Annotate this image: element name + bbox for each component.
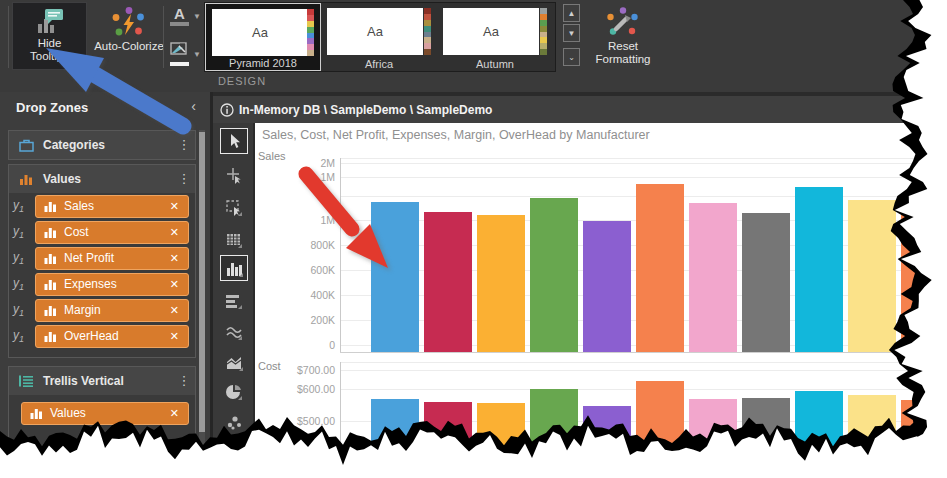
cost-bar[interactable] <box>636 381 684 478</box>
cost-bar[interactable] <box>742 398 790 478</box>
cost-bar[interactable] <box>371 399 419 478</box>
hide-tooltips-button[interactable]: Hide Tooltips <box>12 2 87 70</box>
lasso-select-tool-button[interactable] <box>220 195 248 221</box>
column-chart-icon <box>225 259 243 277</box>
app-window: Hide Tooltips Auto-Colorize A <box>0 0 947 478</box>
chip-expenses[interactable]: Expenses✕ <box>35 273 189 296</box>
theme-card-pyramid-2018[interactable]: AaPyramid 2018 <box>205 3 321 71</box>
chip-values[interactable]: Values✕ <box>21 402 189 425</box>
gallery-more-button[interactable]: ⌄ <box>563 48 580 66</box>
sales-bar[interactable] <box>477 215 525 352</box>
ribbon-separator <box>8 6 9 68</box>
reset-formatting-label-2: Formatting <box>596 53 651 65</box>
cost-bar[interactable] <box>424 402 472 478</box>
theme-palette-strip <box>424 8 431 55</box>
remove-chip-icon[interactable]: ✕ <box>170 252 179 265</box>
values-menu-icon[interactable]: ⋮ <box>173 174 195 184</box>
line-chart-tool-button[interactable] <box>220 319 248 345</box>
view-title[interactable]: Manufacturers <box>913 103 947 117</box>
cost-bar[interactable] <box>530 389 578 478</box>
theme-card-africa[interactable]: AaAfrica <box>321 3 437 71</box>
sales-bar[interactable] <box>530 198 578 352</box>
move-tool-button[interactable] <box>220 163 248 189</box>
axis-assignment-label: y1 <box>13 302 35 318</box>
remove-chip-icon[interactable]: ✕ <box>170 278 179 291</box>
drop-zone-chip-row: y1OverHead✕ <box>9 323 195 349</box>
drop-zone-chip-row: y1Sales✕ <box>9 193 195 219</box>
bar-chart-icon <box>225 292 243 310</box>
remove-chip-icon[interactable]: ✕ <box>170 200 179 213</box>
theme-palette-strip <box>540 8 547 55</box>
sales-axis-tick: 1M <box>273 171 335 183</box>
sales-bar[interactable] <box>371 202 419 352</box>
sales-bar[interactable] <box>742 213 790 352</box>
fill-format-caret-icon[interactable]: ▼ <box>193 50 201 59</box>
ribbon: Hide Tooltips Auto-Colorize A <box>0 0 947 92</box>
chip-label: OverHead <box>64 329 119 343</box>
sales-bar[interactable] <box>636 184 684 352</box>
fill-format-bar <box>170 62 189 66</box>
grid-view-tool-button[interactable] <box>220 227 248 253</box>
chip-sales[interactable]: Sales✕ <box>35 195 189 218</box>
trellis-menu-icon[interactable]: ⋮ <box>173 376 195 386</box>
remove-chip-icon[interactable]: ✕ <box>170 304 179 317</box>
values-label: Values <box>43 172 173 186</box>
categories-menu-icon[interactable]: ⋮ <box>173 140 195 150</box>
remove-chip-icon[interactable]: ✕ <box>170 407 179 420</box>
chart-canvas[interactable]: Sales, Cost, Net Profit, Expenses, Margi… <box>255 123 947 478</box>
cost-bar[interactable] <box>689 399 737 478</box>
cost-bar[interactable] <box>848 395 896 478</box>
gallery-scroll-up-button[interactable]: ▲ <box>563 4 580 22</box>
cost-bar[interactable] <box>795 391 843 478</box>
sales-bar[interactable] <box>583 221 631 352</box>
pie-chart-tool-button[interactable] <box>220 379 248 405</box>
drop-zones-title: Drop Zones <box>16 100 88 115</box>
trellis-vertical-section: Trellis Vertical ⋮ Values✕ <box>8 366 196 470</box>
chip-net-profit[interactable]: Net Profit✕ <box>35 247 189 270</box>
font-color-bar <box>170 22 189 26</box>
gallery-scroll-down-button[interactable]: ▼ <box>563 24 580 42</box>
breadcrumb[interactable]: In-Memory DB \ SampleDemo \ SampleDemo <box>239 103 492 117</box>
area-chart-tool-button[interactable] <box>220 349 248 375</box>
panel-scrollbar[interactable] <box>199 130 205 465</box>
font-color-button[interactable]: A ▼ <box>170 7 201 26</box>
font-color-caret-icon[interactable]: ▼ <box>193 12 201 21</box>
theme-gallery: AaPyramid 2018AaAfricaAaAutumn <box>204 2 556 72</box>
theme-card-autumn[interactable]: AaAutumn <box>437 3 553 71</box>
bar-chart-tool-button[interactable] <box>220 288 248 314</box>
scatter-chart-tool-button[interactable] <box>220 409 248 435</box>
values-section-header[interactable]: Values ⋮ <box>9 165 195 193</box>
remove-chip-icon[interactable]: ✕ <box>170 226 179 239</box>
theme-preview: Aa <box>443 8 539 55</box>
sales-bar[interactable] <box>795 187 843 352</box>
drop-zone-chip-row: y1Expenses✕ <box>9 271 195 297</box>
sales-bar[interactable] <box>901 194 947 352</box>
cost-bar[interactable] <box>477 403 525 478</box>
sales-axis-tick: 800K <box>273 239 335 251</box>
column-chart-tool-button[interactable] <box>220 255 248 281</box>
theme-preview: Aa <box>327 8 423 55</box>
cost-bar[interactable] <box>583 406 631 478</box>
cost-bar[interactable] <box>901 400 947 478</box>
trellis-section-header[interactable]: Trellis Vertical ⋮ <box>9 367 195 395</box>
move-pointer-icon <box>225 167 243 185</box>
chip-overhead[interactable]: OverHead✕ <box>35 325 189 348</box>
select-tool-button[interactable] <box>220 128 248 154</box>
auto-colorize-button[interactable]: Auto-Colorize <box>92 2 166 70</box>
reset-formatting-icon <box>589 2 657 40</box>
sales-bar[interactable] <box>689 203 737 352</box>
chip-cost[interactable]: Cost✕ <box>35 221 189 244</box>
sales-bar[interactable] <box>424 212 472 352</box>
panel-scrollbar-thumb[interactable] <box>199 132 205 432</box>
categories-section-header[interactable]: Categories ⋮ <box>9 131 195 159</box>
reset-formatting-button[interactable]: Reset Formatting <box>589 2 657 72</box>
chip-margin[interactable]: Margin✕ <box>35 299 189 322</box>
axis-assignment-label: y1 <box>13 198 35 214</box>
fill-format-button[interactable]: ▼ <box>170 42 201 66</box>
remove-chip-icon[interactable]: ✕ <box>170 330 179 343</box>
collapse-panel-icon[interactable]: ‹ <box>191 98 196 114</box>
drop-zones-header: Drop Zones ‹ <box>0 92 210 122</box>
theme-name: Pyramid 2018 <box>206 57 320 69</box>
sales-bar[interactable] <box>848 200 896 352</box>
theme-preview: Aa <box>212 9 308 56</box>
